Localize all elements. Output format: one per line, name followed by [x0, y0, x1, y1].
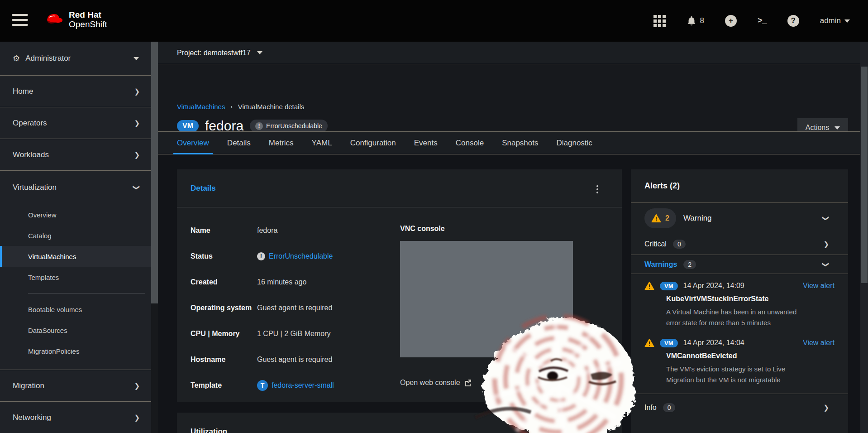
chevron-right-icon — [134, 414, 140, 422]
sidebar-item-virtualization[interactable]: Virtualization — [0, 171, 158, 204]
vm-kind-badge: VM — [660, 339, 678, 347]
project-selector[interactable]: Project: demotestwtf17 — [158, 42, 868, 64]
sidebar-item-datasources[interactable]: DataSources — [0, 320, 158, 341]
alerts-card-title: Alerts (2) — [631, 169, 848, 203]
warnings-section-row[interactable]: Warnings 2 — [631, 255, 848, 274]
sidebar-item-migration[interactable]: Migration — [0, 370, 158, 402]
divider — [28, 293, 145, 293]
sidebar-item-networking[interactable]: Networking — [0, 402, 158, 433]
tab-metrics[interactable]: Metrics — [260, 132, 303, 154]
template-link[interactable]: fedora-server-small — [272, 381, 334, 390]
warning-triangle-icon — [644, 338, 654, 347]
sidebar-item-home[interactable]: Home — [0, 76, 158, 107]
info-count-badge: 0 — [663, 403, 676, 412]
exclamation-circle-icon: ! — [257, 252, 265, 260]
external-link-icon — [464, 379, 472, 386]
perspective-switcher[interactable]: ⚙ Administrator — [0, 42, 158, 76]
help-icon[interactable]: ? — [787, 15, 799, 27]
view-alert-link[interactable]: View alert — [803, 339, 835, 347]
gear-icon: ⚙ — [13, 53, 20, 63]
detail-row-status: Status ! ErrorUnschedulable — [191, 243, 334, 269]
alert-date: 14 Apr 2024, 14:04 — [683, 339, 744, 347]
chevron-right-icon — [823, 404, 829, 412]
chevron-right-icon: › — [230, 103, 232, 110]
vnc-console-screen[interactable] — [400, 241, 573, 357]
status-link[interactable]: ErrorUnschedulable — [269, 252, 333, 260]
chevron-down-icon — [822, 215, 830, 221]
info-section-row[interactable]: Info 0 — [631, 394, 848, 421]
notification-count: 8 — [700, 16, 704, 25]
sidebar-item-workloads[interactable]: Workloads — [0, 139, 158, 171]
kebab-menu-icon[interactable] — [596, 184, 598, 195]
critical-section-row[interactable]: Critical 0 — [631, 233, 848, 255]
tab-diagnostic[interactable]: Diagnostic — [547, 132, 601, 154]
alert-name: VMCannotBeEvicted — [666, 352, 835, 360]
tab-events[interactable]: Events — [405, 132, 447, 154]
detail-row-created: Created 16 minutes ago — [191, 269, 334, 295]
warning-triangle-icon — [644, 281, 654, 290]
page-scrollbar[interactable] — [860, 42, 868, 433]
details-list: Name fedora Status ! ErrorUnschedulable … — [191, 217, 334, 398]
notifications-bell-icon[interactable]: 8 — [687, 15, 704, 26]
detail-row-hostname: Hostname Guest agent is required — [191, 346, 334, 372]
sidebar-item-migrationpolicies[interactable]: MigrationPolicies — [0, 341, 158, 361]
detail-row-os: Operating system Guest agent is required — [191, 295, 334, 321]
utilization-card-title: Utilization — [191, 427, 227, 433]
chevron-right-icon — [134, 87, 140, 96]
sidebar-item-catalog[interactable]: Catalog — [0, 225, 158, 246]
virtualization-subnav: Overview Catalog VirtualMachines Templat… — [0, 204, 158, 370]
status-badge[interactable]: ! ErrorUnschedulable — [250, 120, 328, 132]
tab-configuration[interactable]: Configuration — [341, 132, 405, 154]
sidebar-item-operators[interactable]: Operators — [0, 107, 158, 139]
vm-kind-badge: VM — [177, 120, 199, 132]
details-card: Details Name fedora Status ! ErrorUnsche… — [177, 169, 622, 402]
view-alert-link[interactable]: View alert — [803, 282, 835, 290]
tab-snapshots[interactable]: Snapshots — [493, 132, 547, 154]
username: admin — [820, 16, 841, 25]
breadcrumb: VirtualMachines › VirtualMachine details — [177, 103, 304, 111]
sidebar-scrollbar[interactable] — [151, 42, 158, 433]
alert-description: The VM's eviction strategy is set to Liv… — [666, 364, 802, 385]
sidebar-item-templates[interactable]: Templates — [0, 267, 158, 288]
alerts-summary-row[interactable]: 2 Warning — [631, 203, 848, 233]
main-area: Project: demotestwtf17 VirtualMachines ›… — [158, 42, 868, 433]
brand-logo[interactable]: Red Hat OpenShift — [43, 10, 107, 29]
menu-toggle-icon[interactable] — [12, 14, 28, 28]
quick-create-icon[interactable]: + — [725, 15, 737, 27]
alert-name: KubeVirtVMStuckInErrorState — [666, 295, 835, 303]
tab-overview[interactable]: Overview — [168, 132, 218, 154]
redhat-hat-icon — [43, 11, 64, 28]
chevron-right-icon — [134, 382, 140, 390]
details-card-title[interactable]: Details — [191, 184, 216, 193]
chevron-down-icon — [822, 261, 830, 267]
overview-content: Details Name fedora Status ! ErrorUnsche… — [158, 154, 860, 433]
chevron-down-icon — [134, 57, 139, 60]
brand-text: Red Hat OpenShift — [69, 10, 107, 29]
open-web-console-link[interactable]: Open web console — [400, 379, 472, 387]
tab-details[interactable]: Details — [218, 132, 260, 154]
tab-console[interactable]: Console — [447, 132, 493, 154]
sidebar-item-virt-overview[interactable]: Overview — [0, 204, 158, 225]
alert-description: A Virtual Machine has been in an unwante… — [666, 307, 802, 328]
sidebar-item-virtualmachines[interactable]: VirtualMachines — [0, 246, 158, 267]
user-menu[interactable]: admin — [820, 16, 850, 25]
detail-row-template: Template T fedora-server-small — [191, 372, 334, 398]
sidebar: ⚙ Administrator Home Operators Workloads… — [0, 42, 158, 433]
breadcrumb-virtualmachines-link[interactable]: VirtualMachines — [177, 103, 225, 111]
perspective-label: Administrator — [25, 54, 71, 63]
detail-row-name: Name fedora — [191, 217, 334, 243]
vnc-console-label: VNC console — [400, 225, 445, 233]
tab-yaml[interactable]: YAML — [303, 132, 341, 154]
project-label: Project: demotestwtf17 — [177, 49, 251, 57]
tab-bar: Overview Details Metrics YAML Configurat… — [158, 131, 868, 154]
breadcrumb-current: VirtualMachine details — [238, 103, 304, 111]
web-terminal-icon[interactable]: >_ — [758, 16, 767, 25]
alert-item-2: VM 14 Apr 2024, 14:04 View alert VMCanno… — [631, 331, 848, 388]
masthead: Red Hat OpenShift 8 + >_ ? admin — [0, 0, 868, 42]
app-launcher-icon[interactable] — [653, 15, 666, 27]
chevron-down-icon — [133, 185, 141, 191]
warning-triangle-icon — [651, 214, 661, 223]
sidebar-item-bootable-volumes[interactable]: Bootable volumes — [0, 299, 158, 320]
vm-kind-badge: VM — [660, 282, 678, 290]
chevron-right-icon — [134, 119, 140, 127]
